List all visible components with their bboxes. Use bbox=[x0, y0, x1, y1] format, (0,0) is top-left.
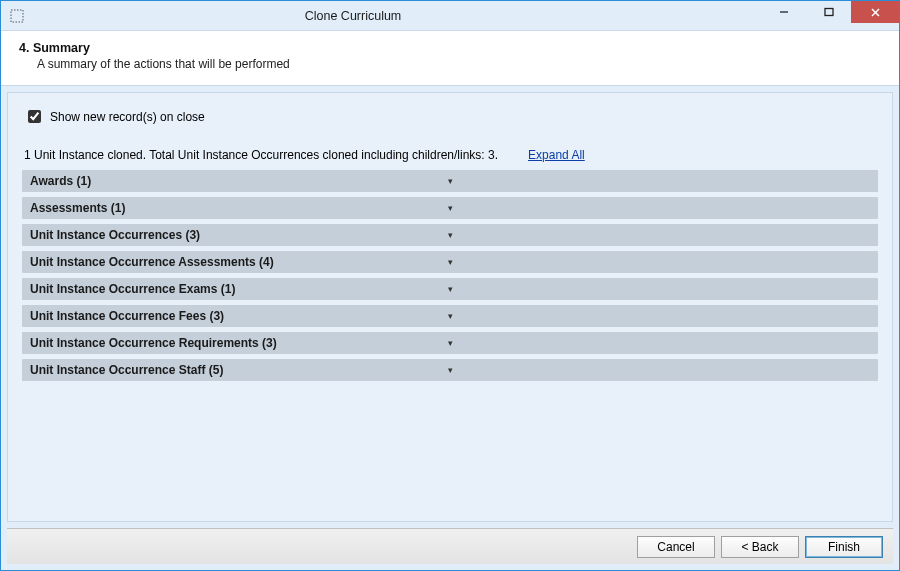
wizard-footer: Cancel < Back Finish bbox=[7, 528, 893, 564]
cancel-button[interactable]: Cancel bbox=[637, 536, 715, 558]
expand-all-link[interactable]: Expand All bbox=[528, 148, 585, 162]
step-description: A summary of the actions that will be pe… bbox=[37, 57, 881, 71]
chevron-down-icon: ▾ bbox=[448, 311, 453, 321]
accordion-item-occurrence-requirements[interactable]: Unit Instance Occurrence Requirements (3… bbox=[22, 332, 878, 354]
accordion-label: Awards (1) bbox=[30, 174, 91, 188]
accordion-label: Assessments (1) bbox=[30, 201, 125, 215]
summary-body: Show new record(s) on close 1 Unit Insta… bbox=[7, 92, 893, 522]
accordion-item-awards[interactable]: Awards (1) ▾ bbox=[22, 170, 878, 192]
accordion-label: Unit Instance Occurrence Staff (5) bbox=[30, 363, 223, 377]
chevron-down-icon: ▾ bbox=[448, 230, 453, 240]
summary-accordion: Awards (1) ▾ Assessments (1) ▾ Unit Inst… bbox=[22, 170, 878, 381]
window: Clone Curriculum 4. Summary A summary of… bbox=[0, 0, 900, 571]
minimize-button[interactable] bbox=[761, 1, 806, 23]
maximize-button[interactable] bbox=[806, 1, 851, 23]
accordion-label: Unit Instance Occurrence Fees (3) bbox=[30, 309, 224, 323]
chevron-down-icon: ▾ bbox=[448, 284, 453, 294]
chevron-down-icon: ▾ bbox=[448, 203, 453, 213]
window-controls bbox=[761, 1, 899, 30]
step-header: 4. Summary A summary of the actions that… bbox=[1, 31, 899, 86]
chevron-down-icon: ▾ bbox=[448, 338, 453, 348]
accordion-label: Unit Instance Occurrence Requirements (3… bbox=[30, 336, 277, 350]
chevron-down-icon: ▾ bbox=[448, 257, 453, 267]
svg-rect-2 bbox=[825, 9, 833, 16]
accordion-label: Unit Instance Occurrences (3) bbox=[30, 228, 200, 242]
chevron-down-icon: ▾ bbox=[448, 365, 453, 375]
show-on-close-label[interactable]: Show new record(s) on close bbox=[50, 110, 205, 124]
show-on-close-row: Show new record(s) on close bbox=[24, 107, 884, 126]
accordion-label: Unit Instance Occurrence Exams (1) bbox=[30, 282, 235, 296]
accordion-item-occurrence-staff[interactable]: Unit Instance Occurrence Staff (5) ▾ bbox=[22, 359, 878, 381]
accordion-item-occurrence-fees[interactable]: Unit Instance Occurrence Fees (3) ▾ bbox=[22, 305, 878, 327]
accordion-label: Unit Instance Occurrence Assessments (4) bbox=[30, 255, 274, 269]
step-title: 4. Summary bbox=[19, 41, 881, 55]
accordion-item-occurrence-exams[interactable]: Unit Instance Occurrence Exams (1) ▾ bbox=[22, 278, 878, 300]
show-on-close-checkbox[interactable] bbox=[28, 110, 41, 123]
accordion-item-assessments[interactable]: Assessments (1) ▾ bbox=[22, 197, 878, 219]
titlebar: Clone Curriculum bbox=[1, 1, 899, 31]
finish-button[interactable]: Finish bbox=[805, 536, 883, 558]
chevron-down-icon: ▾ bbox=[448, 176, 453, 186]
status-text: 1 Unit Instance cloned. Total Unit Insta… bbox=[24, 148, 498, 162]
close-button[interactable] bbox=[851, 1, 899, 23]
status-line: 1 Unit Instance cloned. Total Unit Insta… bbox=[24, 148, 884, 162]
back-button[interactable]: < Back bbox=[721, 536, 799, 558]
accordion-item-occurrences[interactable]: Unit Instance Occurrences (3) ▾ bbox=[22, 224, 878, 246]
accordion-item-occurrence-assessments[interactable]: Unit Instance Occurrence Assessments (4)… bbox=[22, 251, 878, 273]
window-title: Clone Curriculum bbox=[0, 9, 761, 23]
